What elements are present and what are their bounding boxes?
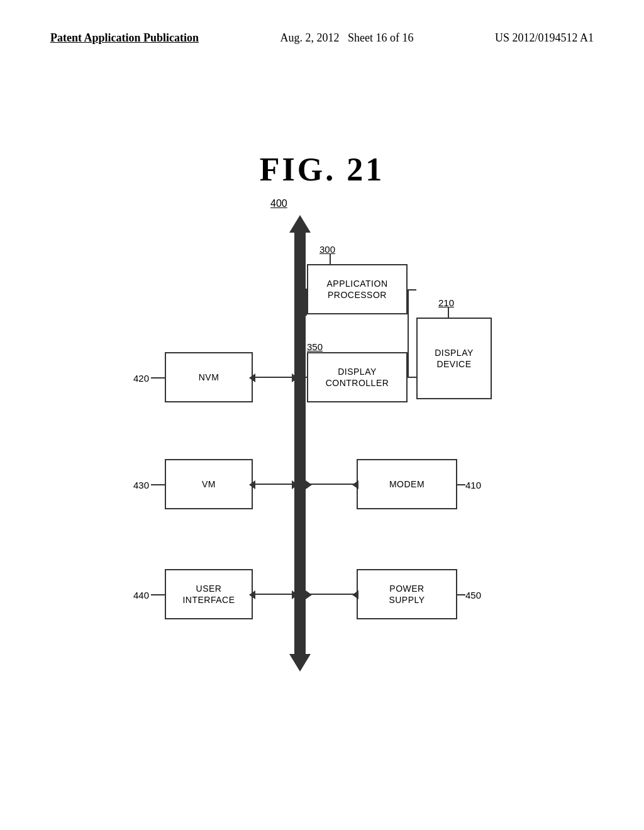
header-date-sheet: Aug. 2, 2012 Sheet 16 of 16 xyxy=(280,31,414,45)
page-header: Patent Application Publication Aug. 2, 2… xyxy=(0,31,644,45)
ref-430: 430 xyxy=(133,480,149,490)
tee-ap-vertical xyxy=(306,289,307,316)
ref-450-bracket xyxy=(457,594,465,595)
display-device-box: DISPLAYDEVICE xyxy=(416,318,492,399)
arrow-left-vm xyxy=(249,480,255,489)
tee-dc xyxy=(306,377,307,378)
ref-440-bracket xyxy=(151,594,165,595)
bus-arrow-down xyxy=(289,654,311,672)
arrow-left-nvm xyxy=(249,374,255,382)
arrow-left-ui xyxy=(249,590,255,599)
h-line-ap-dd-1 xyxy=(408,289,416,290)
arrow-right-vm xyxy=(292,480,298,489)
bus-vertical-line xyxy=(294,226,306,654)
h-line-bus-ps xyxy=(306,594,357,595)
app-processor-box: APPLICATIONPROCESSOR xyxy=(307,264,408,314)
arrow-right-nvm xyxy=(292,374,298,382)
vm-box: VM xyxy=(165,459,253,509)
ref-300-bracket xyxy=(330,253,331,265)
bus-arrow-up xyxy=(289,215,311,233)
ref-210: 210 xyxy=(438,297,454,308)
bus-label-400: 400 xyxy=(270,198,287,209)
arrow-left-modem xyxy=(352,480,358,489)
arrow-right-modem xyxy=(306,480,312,489)
ref-420: 420 xyxy=(133,373,149,384)
arrow-right-ui xyxy=(292,590,298,599)
modem-box: MODEM xyxy=(357,459,457,509)
h-line-nvm-bus xyxy=(253,377,294,378)
ref-440: 440 xyxy=(133,590,149,600)
h-line-bus-modem xyxy=(306,484,357,485)
figure-title: FIG. 21 xyxy=(260,151,384,188)
diagram-area: 400 300 APPLICATIONPROCESSOR 350 DISPLAY… xyxy=(108,226,536,667)
ref-420-bracket xyxy=(151,377,165,379)
h-line-dc-dd xyxy=(408,377,416,378)
v-line-right-side xyxy=(408,289,409,378)
ref-350: 350 xyxy=(307,341,323,352)
ref-410-bracket xyxy=(457,484,465,485)
arrow-left-ps xyxy=(352,590,358,599)
header-patent-number: US 2012/0194512 A1 xyxy=(495,31,594,45)
ref-210-bracket xyxy=(448,307,449,318)
h-line-vm-bus xyxy=(253,484,294,485)
nvm-box: NVM xyxy=(165,352,253,402)
power-supply-box: POWERSUPPLY xyxy=(357,569,457,619)
header-publication-label: Patent Application Publication xyxy=(50,31,199,45)
user-interface-box: USERINTERFACE xyxy=(165,569,253,619)
arrow-right-ps xyxy=(306,590,312,599)
ref-450: 450 xyxy=(465,590,481,600)
display-controller-box: DISPLAYCONTROLLER xyxy=(307,352,408,402)
ref-300: 300 xyxy=(319,244,335,255)
ref-410: 410 xyxy=(465,480,481,490)
h-line-ui-bus xyxy=(253,594,294,595)
ref-430-bracket xyxy=(151,484,165,485)
